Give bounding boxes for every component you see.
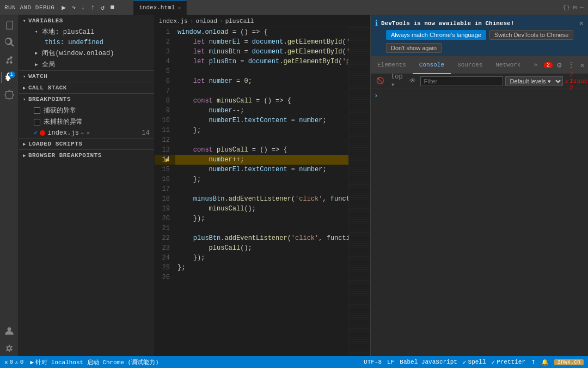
debug-continue-icon[interactable]: ▶ [60, 2, 68, 13]
line-content-22[interactable]: plusBtn.addEventListener('click', functi… [175, 233, 348, 243]
notification-close-icon[interactable]: ✕ [579, 19, 584, 28]
watch-header[interactable]: ▾ WATCH [19, 71, 154, 82]
debug-step-over-icon[interactable]: ↷ [70, 2, 77, 13]
always-match-button[interactable]: Always match Chrome's language [386, 30, 486, 40]
var-this-item[interactable]: this: undefined [19, 38, 154, 47]
line-content-18[interactable]: minusBtn.addEventListener('click', funct… [175, 194, 348, 204]
line-content-2[interactable]: let numberEl = document.getElementById('… [175, 37, 348, 47]
bp-edit-icon[interactable]: ✏ [81, 130, 84, 136]
status-spell[interactable]: ✓ Spell [463, 359, 486, 366]
bp-catch-item[interactable]: 捕获的异常 [19, 105, 154, 116]
dt-close-icon[interactable]: ✕ [579, 59, 586, 71]
code-line-7: 7 [155, 86, 348, 96]
line-content-25[interactable]: }; [175, 263, 348, 273]
bp-uncaught-item[interactable]: 未捕获的异常 [19, 116, 154, 128]
dt-tab-network[interactable]: Network [489, 57, 527, 74]
code-line-22: 22 plusBtn.addEventListener('click', fun… [155, 233, 348, 243]
split-editor-icon[interactable]: ⊟ [573, 4, 577, 11]
status-language[interactable]: Babel JavaScript [400, 359, 457, 365]
line-content-4[interactable]: let plusBtn = document.getElementById('p… [175, 57, 348, 67]
line-content-1[interactable]: window.onload = () => { [175, 27, 348, 37]
line-content-8[interactable]: const minusCall = () => { [175, 96, 348, 106]
sidebar-item-search[interactable] [2, 35, 17, 50]
line-content-19[interactable]: minusCall(); [175, 204, 348, 214]
dt-dots-icon[interactable]: ⋮ [566, 59, 576, 71]
bp-file-item[interactable]: ✔ index.js ✏ ✕ 14 [19, 128, 154, 138]
loaded-scripts-header[interactable]: ▶ LOADED SCRIPTS [19, 138, 154, 149]
main-layout: 1 ▾ VARIABLES ▾ 本地: plusCall this: undef… [0, 15, 588, 356]
var-local-item[interactable]: ▾ 本地: plusCall [19, 26, 154, 38]
status-encoding[interactable]: UTF-8 [364, 359, 382, 365]
var-global-item[interactable]: ▶ 全局 [19, 59, 154, 70]
dt-clear-icon[interactable]: 🚫 [374, 76, 387, 86]
dt-tab-more[interactable]: » [527, 57, 544, 74]
status-line-ending[interactable]: LF [387, 359, 394, 365]
code-line-11: 11 }; [155, 125, 348, 135]
line-content-20[interactable]: }); [175, 214, 348, 224]
warning-icon: ⚠ [15, 359, 19, 366]
status-prettier[interactable]: ✓ Prettier [492, 359, 525, 366]
var-global-chevron: ▶ [35, 62, 38, 68]
var-closure-item[interactable]: ▶ 闭包(window.onload) [19, 47, 154, 59]
debug-step-into-icon[interactable]: ↓ [79, 2, 87, 13]
dt-tab-sources[interactable]: Sources [451, 57, 489, 74]
bp-catch-checkbox[interactable] [34, 107, 40, 114]
dt-levels-select[interactable]: Default levels ▾ [505, 76, 563, 86]
line-content-16[interactable]: }; [175, 174, 348, 184]
tab-close-icon[interactable]: ✕ [178, 5, 181, 10]
variables-header[interactable]: ▾ VARIABLES [19, 15, 154, 26]
code-line-10: 10 numberEl.textContent = number; [155, 116, 348, 125]
debug-stop-icon[interactable]: ■ [108, 2, 116, 13]
browser-bp-label: BROWSER BREAKPOINTS [28, 152, 102, 159]
line-content-11[interactable]: }; [175, 125, 348, 135]
line-content-9[interactable]: number--; [175, 106, 348, 116]
sidebar-item-accounts[interactable] [2, 323, 17, 339]
line-num-23: 23 [155, 244, 175, 252]
browser-bp-header[interactable]: ▶ BROWSER BREAKPOINTS [19, 150, 154, 161]
sidebar-item-settings[interactable] [2, 341, 17, 356]
code-container[interactable]: 1 window.onload = () => { 2 let numberEl… [155, 27, 348, 356]
sidebar-item-files[interactable] [2, 17, 17, 33]
line-content-3[interactable]: let minusBtn = document.getElementById('… [175, 47, 348, 57]
dt-eye-icon[interactable]: 👁 [407, 76, 418, 86]
line-num-18: 18 [155, 195, 175, 203]
dt-settings-icon[interactable]: ⚙ [556, 59, 562, 71]
line-content-15[interactable]: numberEl.textContent = number; [175, 165, 348, 174]
dt-tab-elements[interactable]: Elements [371, 57, 413, 74]
bp-uncaught-checkbox[interactable] [34, 119, 40, 125]
dt-tab-console[interactable]: Console [413, 57, 451, 74]
sidebar-item-source-control[interactable] [2, 52, 17, 68]
code-line-25: 25 }; [155, 263, 348, 273]
debug-restart-icon[interactable]: ↺ [99, 2, 107, 13]
sidebar-item-debug[interactable]: 1 [2, 70, 17, 85]
dt-filter-input[interactable] [420, 76, 503, 86]
status-upload-icon[interactable]: ⤒ [531, 359, 536, 366]
minimap[interactable] [348, 27, 370, 356]
line-num-9: 9 [155, 107, 175, 114]
more-icon[interactable]: ⋯ [580, 4, 584, 11]
code-line-19: 19 minusCall(); [155, 204, 348, 214]
bp-remove-icon[interactable]: ✕ [87, 130, 90, 136]
line-content-6[interactable]: let number = 0; [175, 76, 348, 86]
prettier-label: Prettier [497, 359, 525, 365]
line-content-10[interactable]: numberEl.textContent = number; [175, 116, 348, 125]
sidebar-item-extensions[interactable] [2, 87, 17, 102]
status-errors[interactable]: ✕ 0 ⚠ 0 [4, 359, 23, 366]
line-content-13[interactable]: const plusCall = () => { [175, 145, 348, 155]
issues-error-icon: ⚠ [565, 77, 569, 85]
debug-step-out-icon[interactable]: ↑ [89, 2, 97, 13]
switch-devtools-button[interactable]: Switch DevTools to Chinese [489, 30, 573, 40]
status-debug-label[interactable]: ▶ 针对 localhost 启动 Chrome (调试能力) [30, 358, 158, 366]
status-bell-icon[interactable]: 🔔 [541, 359, 549, 366]
code-line-2: 2 let numberEl = document.getElementById… [155, 37, 348, 47]
line-content-24[interactable]: }); [175, 253, 348, 263]
code-line-23: 23 plusCall(); [155, 243, 348, 253]
line-content-14[interactable]: number++; [175, 155, 348, 165]
tab-index-html[interactable]: index.html ✕ [133, 0, 187, 15]
dont-show-button[interactable]: Don't show again [386, 43, 442, 53]
call-stack-header[interactable]: ▶ CALL STACK [19, 82, 154, 93]
bp-chevron: ▾ [23, 96, 26, 102]
dt-top-icon[interactable]: top ▾ [389, 72, 405, 90]
line-content-23[interactable]: plusCall(); [175, 243, 348, 253]
breakpoints-header[interactable]: ▾ BREAKPOINTS [19, 94, 154, 105]
